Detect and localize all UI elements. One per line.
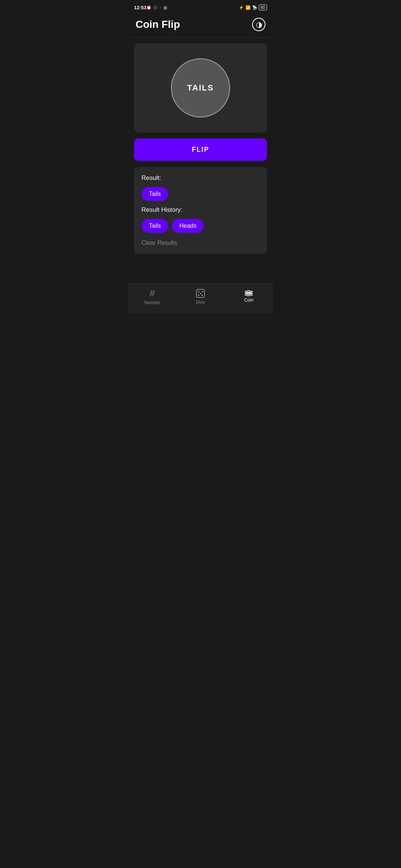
spacer (134, 260, 267, 277)
status-bar: 12:53 ⏰ Ⓐ ↑ ▦ ⚡ 📶 📡 80 (128, 0, 273, 13)
svg-point-4 (198, 295, 199, 296)
coin-circle: TAILS (171, 58, 230, 118)
history-badge-0[interactable]: Tails (141, 219, 168, 233)
nav-item-number[interactable]: # Number (128, 288, 176, 305)
bluetooth-icon: ⚡ (239, 5, 244, 10)
current-result-value[interactable]: Tails (141, 187, 168, 201)
nav-item-dice[interactable]: Dice (176, 289, 225, 305)
result-label: Result: (141, 174, 260, 182)
header: Coin Flip ◑ (128, 13, 273, 37)
signal-icon: 📶 (245, 5, 251, 10)
nav-label-number: Number (144, 300, 160, 305)
wifi-icon: 📡 (252, 5, 257, 10)
status-left-icons: ⏰ Ⓐ ↑ ▦ (146, 5, 167, 10)
coin-result-display: TAILS (187, 83, 214, 93)
history-badge-1[interactable]: Heads (172, 219, 204, 233)
results-card: Result: Tails Result History: Tails Head… (134, 167, 267, 254)
page-title: Coin Flip (136, 19, 180, 30)
history-badges-container: Tails Heads (141, 219, 260, 233)
history-label: Result History: (141, 206, 260, 214)
battery-icon: 80 (259, 4, 267, 10)
coin-nav-icon (245, 290, 253, 296)
status-time: 12:53 (134, 5, 146, 10)
flip-button[interactable]: FLIP (134, 138, 267, 161)
upload-icon: ↑ (159, 5, 162, 10)
dice-icon (196, 289, 205, 298)
status-right-icons: ⚡ 📶 📡 80 (239, 4, 267, 10)
clear-results-button[interactable]: Clear Results (141, 240, 260, 246)
nav-item-coin[interactable]: Coin (225, 290, 273, 303)
svg-point-3 (200, 293, 201, 294)
number-icon: # (150, 288, 154, 299)
current-result-badge: Tails (141, 187, 260, 201)
nfc-icon: ▦ (163, 5, 167, 10)
coin-display-card: TAILS (134, 43, 267, 132)
svg-point-1 (198, 291, 199, 292)
a-icon: Ⓐ (153, 5, 157, 10)
nav-label-dice: Dice (196, 300, 205, 305)
contrast-icon: ◑ (256, 20, 262, 29)
svg-point-2 (202, 291, 203, 292)
bottom-nav: # Number Dice Coin (128, 283, 273, 313)
theme-toggle-button[interactable]: ◑ (252, 18, 265, 31)
alarm-icon: ⏰ (146, 5, 151, 10)
nav-label-coin: Coin (244, 297, 254, 303)
main-content: TAILS FLIP Result: Tails Result History:… (128, 37, 273, 283)
svg-point-5 (202, 295, 203, 296)
